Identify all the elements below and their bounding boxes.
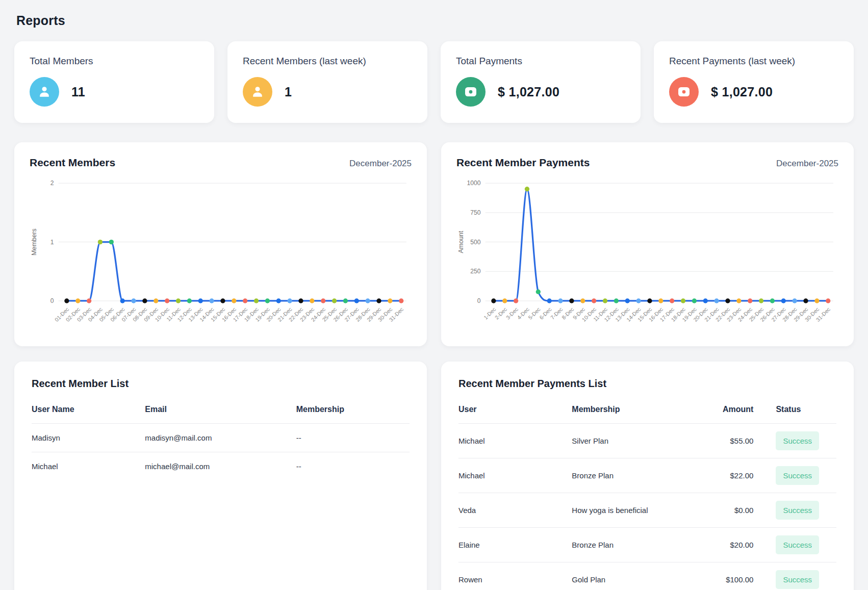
status-badge: Success: [776, 501, 819, 520]
recent-member-list-table: User NameEmailMembership Madisynmadisyn@…: [32, 397, 410, 480]
stats-row: Total Members 11 Recent Members (last we…: [14, 41, 854, 123]
y-axis-tick-label: 1000: [467, 179, 481, 187]
y-axis-tick-label: 0: [477, 297, 481, 304]
y-axis-tick-label: 2: [50, 179, 54, 187]
data-point[interactable]: [142, 298, 147, 303]
amount-cell: $55.00: [700, 423, 776, 458]
data-point[interactable]: [399, 298, 403, 303]
data-point[interactable]: [388, 298, 392, 303]
user-cell: Michael: [458, 458, 572, 493]
data-point[interactable]: [276, 298, 281, 303]
data-point[interactable]: [592, 298, 596, 303]
data-point[interactable]: [254, 298, 259, 303]
chart-title: Recent Members: [30, 157, 115, 169]
data-point[interactable]: [154, 298, 158, 303]
data-point[interactable]: [670, 298, 674, 303]
data-point[interactable]: [321, 298, 325, 303]
data-point[interactable]: [793, 298, 797, 303]
data-point[interactable]: [647, 298, 652, 303]
data-point[interactable]: [98, 240, 103, 244]
recent-member-payments-list-table: UserMembershipAmountStatus MichaelSilver…: [458, 397, 836, 590]
data-point[interactable]: [514, 298, 518, 303]
data-point[interactable]: [131, 298, 136, 303]
data-point[interactable]: [243, 298, 247, 303]
data-point[interactable]: [232, 298, 236, 303]
data-point[interactable]: [287, 298, 292, 303]
data-point[interactable]: [658, 298, 663, 303]
data-point[interactable]: [376, 298, 381, 303]
data-point[interactable]: [636, 298, 641, 303]
data-point[interactable]: [748, 298, 752, 303]
data-point[interactable]: [536, 290, 541, 294]
data-point[interactable]: [265, 298, 270, 303]
data-point[interactable]: [176, 298, 181, 303]
data-point[interactable]: [525, 187, 529, 191]
data-point[interactable]: [209, 298, 214, 303]
y-axis-tick-label: 750: [470, 209, 480, 216]
data-point[interactable]: [625, 298, 630, 303]
data-point[interactable]: [803, 298, 808, 303]
column-header: User: [458, 397, 572, 424]
table-title: Recent Member Payments List: [458, 378, 836, 390]
members-icon: [30, 77, 59, 107]
data-point[interactable]: [165, 298, 169, 303]
data-point[interactable]: [770, 298, 775, 303]
data-point[interactable]: [580, 298, 585, 303]
data-point[interactable]: [198, 298, 203, 303]
data-point[interactable]: [814, 298, 819, 303]
data-point[interactable]: [614, 298, 619, 303]
data-point[interactable]: [569, 298, 574, 303]
data-point[interactable]: [75, 298, 80, 303]
data-point[interactable]: [558, 298, 563, 303]
data-point[interactable]: [298, 298, 303, 303]
data-point[interactable]: [547, 298, 552, 303]
stat-card-total-members: Total Members 11: [14, 41, 214, 123]
data-point[interactable]: [64, 298, 69, 303]
y-axis-title: Amount: [457, 230, 465, 253]
data-point[interactable]: [343, 298, 348, 303]
data-point[interactable]: [759, 298, 763, 303]
stat-label: Recent Payments (last week): [669, 56, 838, 67]
column-header: User Name: [32, 397, 145, 424]
data-point[interactable]: [736, 298, 741, 303]
chart-title: Recent Member Payments: [456, 157, 590, 169]
stat-label: Total Payments: [456, 56, 625, 67]
data-point[interactable]: [87, 298, 91, 303]
status-cell: Success: [776, 423, 836, 458]
data-point[interactable]: [109, 240, 114, 244]
status-cell: Success: [776, 493, 836, 527]
table-row: MichaelBronze Plan$22.00Success: [458, 458, 836, 493]
chart-period-label: December-2025: [349, 159, 412, 169]
tables-row: Recent Member List User NameEmailMembers…: [14, 362, 854, 590]
data-point[interactable]: [603, 298, 607, 303]
table-row: VedaHow yoga is beneficial$0.00Success: [458, 493, 836, 527]
data-point[interactable]: [366, 298, 370, 303]
data-point[interactable]: [714, 298, 719, 303]
data-point[interactable]: [703, 298, 708, 303]
data-point[interactable]: [120, 298, 125, 303]
data-point[interactable]: [725, 298, 730, 303]
user-name-cell: Madisyn: [32, 423, 145, 452]
user-cell: Rowen: [458, 562, 572, 590]
stat-card-recent-payments: Recent Payments (last week) $ 1,027.00: [654, 41, 854, 123]
status-badge: Success: [776, 535, 819, 554]
data-point[interactable]: [310, 298, 314, 303]
data-point[interactable]: [332, 298, 337, 303]
user-name-cell: Michael: [32, 452, 145, 480]
amount-cell: $22.00: [700, 458, 776, 493]
y-axis-tick-label: 250: [470, 268, 480, 275]
recent-members-chart-card: Recent Members December-2025 012Members0…: [14, 142, 427, 346]
data-point[interactable]: [502, 298, 507, 303]
data-point[interactable]: [187, 298, 192, 303]
data-point[interactable]: [692, 298, 697, 303]
membership-cell: Bronze Plan: [572, 458, 700, 493]
page-title: Reports: [16, 13, 854, 28]
data-point[interactable]: [781, 298, 786, 303]
data-point[interactable]: [220, 298, 225, 303]
data-point[interactable]: [354, 298, 359, 303]
stat-value: 11: [71, 85, 85, 99]
data-point[interactable]: [491, 298, 496, 303]
data-point[interactable]: [826, 298, 830, 303]
data-point[interactable]: [681, 298, 685, 303]
column-header: Email: [145, 397, 296, 424]
